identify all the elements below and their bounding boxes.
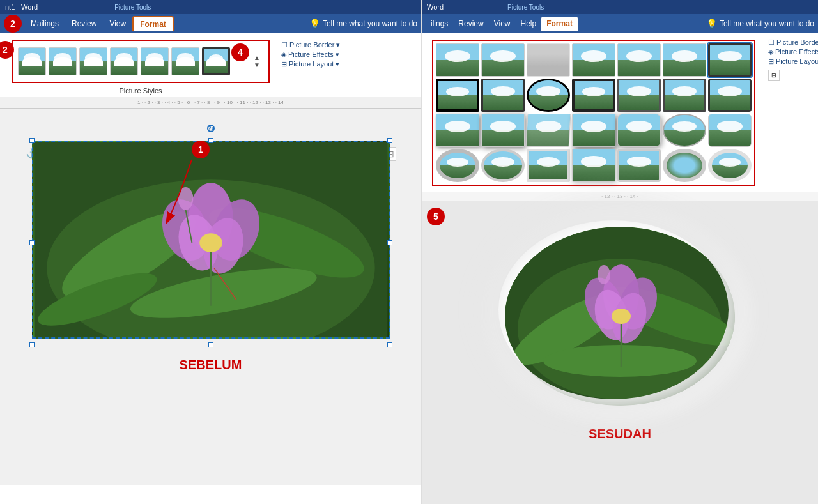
picture-styles-area: 4 ▲ ▼: [12, 40, 270, 83]
lightbulb-icon-right: 💡: [706, 19, 717, 29]
gallery-item-4-1[interactable]: [436, 149, 479, 182]
gallery-item-2-1[interactable]: [436, 79, 479, 112]
tab-help-right[interactable]: Help: [516, 17, 542, 31]
style-thumb-1[interactable]: [18, 47, 46, 75]
gallery-item-2-5[interactable]: [617, 79, 661, 112]
ribbon-tabs-right: ilings Review View Help Format 💡 Tell me…: [422, 14, 818, 33]
picture-tools-label-right: Picture Tools: [507, 4, 544, 11]
gallery-item-1-2[interactable]: [481, 43, 525, 77]
gallery-item-3-7[interactable]: [708, 114, 752, 147]
style-thumb-2[interactable]: [49, 47, 77, 75]
gallery-item-4-2[interactable]: [481, 149, 525, 182]
flower-container-right: [498, 220, 741, 412]
styles-expand-button[interactable]: ▲ ▼: [251, 42, 263, 80]
ruler-right: · 12 · · 13 · · 14 ·: [422, 192, 818, 201]
style-thumb-5[interactable]: [141, 47, 169, 75]
step-bubble-4: 4: [231, 43, 249, 61]
content-right: SESUDAH: [422, 201, 818, 504]
flower-oval-svg: [505, 227, 735, 406]
border-icon-left: ☐: [281, 41, 288, 49]
picture-layout-btn-left[interactable]: ⊞ Picture Layout ▾: [281, 60, 340, 68]
style-thumb-3[interactable]: [79, 47, 107, 75]
ribbon-search-right[interactable]: 💡 Tell me what you want to do: [706, 19, 814, 29]
gallery-item-4-5[interactable]: [617, 149, 661, 182]
tab-review-right[interactable]: Review: [453, 17, 488, 31]
border-icon-right: ☐: [768, 38, 775, 47]
picture-layout-btn-right[interactable]: ⊞ Picture Layout ▾: [768, 57, 818, 66]
gallery-item-2-4[interactable]: [572, 79, 615, 112]
svg-point-28: [598, 265, 610, 284]
tab-format-right[interactable]: Format: [541, 17, 578, 31]
gallery-item-1-3[interactable]: [527, 43, 570, 77]
style-thumb-4[interactable]: [110, 47, 138, 75]
flower-image-after: [505, 227, 735, 406]
collapse-btn-right[interactable]: ⊟: [768, 70, 780, 81]
right-options: ☐ Picture Border ▾ ◈ Picture Effects ▾ ⊞…: [766, 36, 818, 190]
tab-ilings-right[interactable]: ilings: [426, 17, 453, 31]
gallery-item-3-5[interactable]: [617, 114, 661, 147]
step-bubble-5: 5: [427, 208, 445, 225]
handle-bot-right[interactable]: [387, 342, 392, 347]
gallery-item-2-7[interactable]: [708, 79, 752, 112]
style-thumb-selected[interactable]: [202, 47, 230, 75]
gallery-item-1-4[interactable]: [572, 43, 615, 77]
app-title-right: Word: [427, 3, 444, 11]
ribbon-tabs-left: 2 Mailings Review View Format 💡 Tell me …: [0, 14, 421, 33]
tab-review[interactable]: Review: [65, 17, 103, 31]
gallery-item-1-6[interactable]: [663, 43, 706, 77]
picture-effects-btn-right[interactable]: ◈ Picture Effects ▾: [768, 48, 818, 56]
step1-arrow: [128, 147, 256, 243]
tab-view-left[interactable]: View: [103, 17, 132, 31]
rotate-handle[interactable]: ↻: [207, 125, 215, 132]
step-bubble-1: 1: [192, 141, 210, 158]
picture-tools-label-left: Picture Tools: [114, 4, 151, 11]
gallery-item-1-1[interactable]: [436, 43, 479, 77]
lightbulb-icon-left: 💡: [309, 19, 320, 29]
svg-point-27: [612, 309, 631, 324]
handle-bot[interactable]: [208, 342, 213, 347]
effects-icon-right: ◈: [768, 48, 773, 56]
ribbon-search-left[interactable]: 💡 Tell me what you want to do: [309, 19, 417, 29]
gallery-item-1-7[interactable]: [708, 43, 752, 77]
picture-options-left: ☐ Picture Border ▾ ◈ Picture Effects ▾ ⊞…: [281, 41, 340, 68]
gallery-grid: [436, 43, 752, 182]
tab-mailings[interactable]: Mailings: [24, 17, 65, 31]
handle-top-left[interactable]: [29, 138, 35, 143]
svg-point-21: [543, 345, 697, 377]
gallery-item-3-1[interactable]: [436, 114, 479, 147]
gallery-row: ☐ Picture Border ▾ ◈ Picture Effects ▾ ⊞…: [422, 33, 818, 192]
style-thumb-6[interactable]: [171, 47, 199, 75]
effects-icon-left: ◈: [281, 50, 286, 59]
gallery-item-2-3[interactable]: [527, 79, 570, 112]
gallery-container: [432, 40, 755, 186]
gallery-item-4-7[interactable]: [708, 149, 752, 182]
gallery-item-3-4[interactable]: [572, 114, 615, 147]
handle-top-right[interactable]: [387, 138, 392, 143]
gallery-item-4-4[interactable]: [572, 149, 615, 182]
right-panel: Word Picture Tools ilings Review View He…: [422, 0, 818, 504]
gallery-item-3-6[interactable]: [663, 114, 706, 147]
gallery-item-1-5[interactable]: [617, 43, 661, 77]
handle-top[interactable]: [208, 138, 213, 143]
picture-border-btn-right[interactable]: ☐ Picture Border ▾: [768, 38, 818, 47]
gallery-item-3-3[interactable]: [526, 114, 571, 147]
app-title-left: nt1 - Word: [5, 3, 38, 11]
tab-format-left[interactable]: Format: [132, 16, 174, 31]
sesudah-label: SESUDAH: [589, 427, 651, 441]
handle-mid-left[interactable]: [29, 240, 35, 245]
gallery-item-2-6[interactable]: [663, 79, 706, 112]
gallery-item-4-3[interactable]: [527, 149, 570, 182]
styles-label: Picture Styles: [5, 87, 276, 95]
layout-icon-right: ⊞: [768, 57, 774, 66]
content-left: 1 ↻ ⚓ ⊟: [0, 109, 421, 485]
gallery-item-2-2[interactable]: [481, 79, 525, 112]
gallery-item-3-2[interactable]: [481, 114, 525, 147]
picture-border-btn-left[interactable]: ☐ Picture Border ▾: [281, 41, 340, 49]
main-container: nt1 - Word Picture Tools 2 Mailings Revi…: [0, 0, 818, 504]
tab-view-right[interactable]: View: [489, 17, 516, 31]
gallery-item-4-6[interactable]: [663, 149, 706, 182]
picture-effects-btn-left[interactable]: ◈ Picture Effects ▾: [281, 50, 340, 59]
ruler-left: · 1 · · 2 · · 3 · · 4 · · 5 · · 6 · · 7 …: [0, 97, 421, 109]
handle-mid-right[interactable]: [387, 240, 392, 245]
handle-bot-left[interactable]: [29, 342, 35, 347]
